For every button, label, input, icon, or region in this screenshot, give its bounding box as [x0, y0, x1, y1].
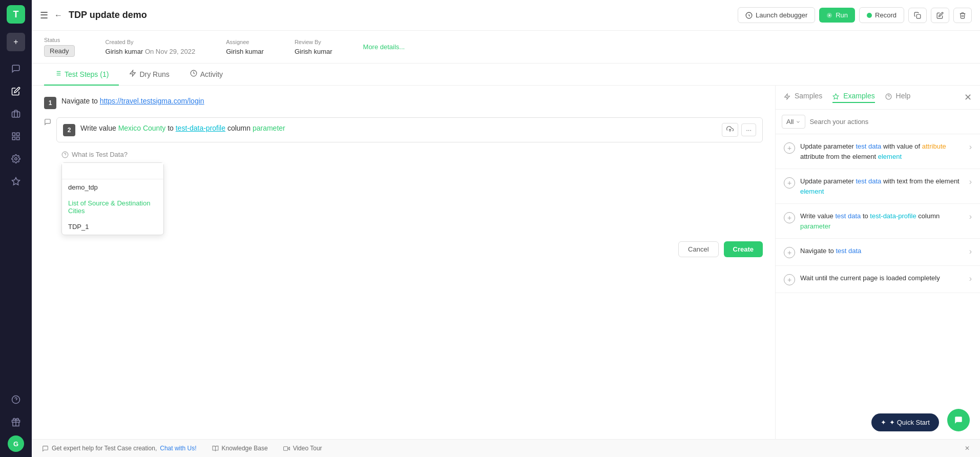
run-icon — [826, 12, 832, 18]
step-2-write-text: Write value — [80, 124, 118, 132]
edit-button[interactable] — [931, 8, 949, 23]
sidebar-icon-gift[interactable] — [7, 413, 25, 431]
sidebar-icon-settings[interactable] — [7, 150, 25, 168]
sidebar-add-button[interactable]: + — [7, 33, 25, 51]
right-panel-tab-samples[interactable]: Samples — [784, 92, 822, 103]
action-item-5[interactable]: + Wait until the current page is loaded … — [776, 266, 980, 293]
debugger-icon — [745, 12, 753, 19]
action-item-3[interactable]: + Write value test data to test-data-pro… — [776, 204, 980, 239]
step-2-more-button[interactable]: ··· — [741, 123, 756, 136]
svg-point-13 — [867, 13, 872, 18]
right-panel: Samples Examples Help ✕ All — [775, 86, 980, 457]
step-2-number: 2 — [63, 124, 75, 136]
record-button[interactable]: Record — [859, 7, 904, 23]
sidebar-icon-grid[interactable] — [7, 127, 25, 146]
footer-kb-item[interactable]: Knowledge Base — [212, 445, 268, 452]
quick-start-button[interactable]: ✦ ✦ Quick Start — [871, 413, 939, 431]
footer-bar: Get expert help for Test Case creation, … — [32, 439, 980, 457]
sidebar-icon-edit[interactable] — [7, 82, 25, 100]
step-1-row: 1 Navigate to https://travel.testsigma.c… — [44, 96, 763, 109]
back-button[interactable]: ← — [54, 11, 62, 20]
add-action-4-icon[interactable]: + — [784, 247, 795, 258]
main-content: ☰ ← TDP update demo Launch debugger Run … — [32, 0, 980, 457]
svg-rect-14 — [916, 14, 921, 18]
dropdown-search-input[interactable] — [62, 163, 163, 179]
action-5-text: Wait until the current page is loaded co… — [800, 273, 964, 283]
page-title: TDP update demo — [69, 10, 732, 20]
run-button[interactable]: Run — [819, 8, 855, 23]
dropdown-item-demo-tdp[interactable]: demo_tdp — [62, 179, 163, 195]
sidebar-icon-briefcase[interactable] — [7, 105, 25, 123]
delete-button[interactable] — [953, 8, 972, 23]
status-label: Status — [44, 37, 75, 43]
footer-tour-item[interactable]: Video Tour — [283, 445, 322, 452]
svg-rect-2 — [17, 133, 19, 135]
created-by-label: Created By — [106, 39, 196, 45]
sidebar-icon-chat[interactable] — [7, 59, 25, 78]
right-panel-header: Samples Examples Help ✕ — [776, 86, 980, 110]
action-list: + Update parameter test data with value … — [776, 134, 980, 457]
user-avatar[interactable]: G — [8, 435, 24, 452]
add-action-2-icon[interactable]: + — [784, 177, 795, 189]
footer-close-button[interactable]: ✕ — [965, 445, 970, 452]
footer-chat-link[interactable]: Chat with Us! — [160, 445, 196, 452]
right-panel-tab-help[interactable]: Help — [885, 92, 911, 103]
help-icon — [885, 93, 892, 100]
step-2-upload-button[interactable] — [722, 123, 738, 137]
tab-activity[interactable]: Activity — [180, 64, 233, 86]
close-panel-button[interactable]: ✕ — [964, 92, 972, 103]
step-2-to-text: to — [168, 124, 176, 132]
svg-point-5 — [15, 158, 17, 160]
svg-rect-3 — [17, 137, 19, 140]
footer-kb-label: Knowledge Base — [222, 445, 268, 452]
add-action-5-icon[interactable]: + — [784, 274, 795, 285]
launch-debugger-button[interactable]: Launch debugger — [738, 7, 815, 23]
topbar-actions: Launch debugger Run Record — [738, 7, 972, 23]
menu-icon[interactable]: ☰ — [40, 10, 48, 21]
examples-icon — [832, 93, 839, 100]
chat-button-icon — [954, 416, 963, 425]
action-item-1[interactable]: + Update parameter test data with value … — [776, 134, 980, 169]
action-search-input[interactable] — [809, 118, 974, 126]
step-2-content: Write value Mexico County to test-data-p… — [80, 123, 717, 134]
step-2-row: 2 Write value Mexico County to test-data… — [44, 117, 763, 142]
action-3-chevron: › — [969, 212, 972, 221]
filter-label: All — [786, 118, 794, 126]
action-item-2[interactable]: + Update parameter test data with text f… — [776, 169, 980, 204]
content-area: 1 Navigate to https://travel.testsigma.c… — [32, 86, 980, 457]
tab-dry-runs[interactable]: Dry Runs — [119, 64, 179, 86]
add-action-3-icon[interactable]: + — [784, 212, 795, 223]
dry-runs-icon — [129, 70, 136, 78]
add-action-1-icon[interactable]: + — [784, 142, 795, 154]
filter-dropdown[interactable]: All — [782, 115, 805, 129]
footer-tour-label: Video Tour — [293, 445, 322, 452]
tab-dry-runs-label: Dry Runs — [139, 70, 169, 78]
cancel-button[interactable]: Cancel — [678, 241, 718, 257]
assignee-label: Assignee — [226, 39, 264, 45]
chat-support-button[interactable] — [947, 409, 970, 431]
sidebar-icon-help[interactable] — [7, 390, 25, 409]
review-by-field: Review By Girish kumar — [295, 39, 332, 55]
action-item-4[interactable]: + Navigate to test data › — [776, 239, 980, 266]
record-icon — [867, 13, 872, 18]
step-2-actions: ··· — [722, 123, 756, 137]
activity-icon — [190, 70, 197, 78]
step-1-content: Navigate to https://travel.testsigma.com… — [61, 96, 763, 107]
dropdown-item-list-source[interactable]: List of Source & Destination Cities — [62, 195, 163, 219]
footer-help-item: Get expert help for Test Case creation, … — [42, 445, 197, 452]
action-1-text: Update parameter test data with value of… — [800, 141, 964, 161]
copy-button[interactable] — [908, 8, 927, 23]
more-details-link[interactable]: More details... — [363, 43, 405, 51]
status-bar: Status Ready Created By Girish kumar On … — [32, 31, 980, 64]
create-button[interactable]: Create — [724, 241, 763, 257]
step-1-url-link[interactable]: https://travel.testsigma.com/login — [100, 97, 204, 105]
dropdown-item-tdp1[interactable]: TDP_1 — [62, 219, 163, 235]
sidebar-icon-star[interactable] — [7, 172, 25, 191]
step-2-chat-icon[interactable] — [44, 117, 51, 127]
samples-icon — [784, 93, 790, 100]
svg-marker-30 — [287, 447, 289, 449]
tab-test-steps[interactable]: Test Steps (1) — [44, 64, 119, 86]
right-panel-tab-examples[interactable]: Examples — [832, 92, 874, 103]
action-2-text: Update parameter test data with text fro… — [800, 176, 964, 196]
test-steps-icon — [54, 70, 61, 78]
